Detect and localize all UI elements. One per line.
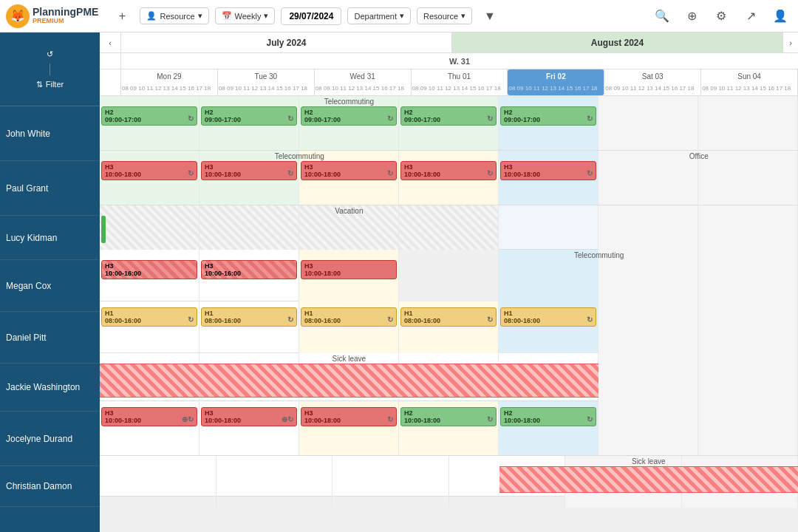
jocelyne-fri02-cell[interactable]: H2 10:00-18:00 ↻ (499, 401, 598, 455)
megan-wed31-event[interactable]: H3 10:00-18:00 (301, 260, 397, 279)
logo-area: 🦊 PlanningPME PREMIUM (6, 4, 98, 28)
share-icon[interactable]: ↗ (739, 4, 763, 28)
daniel-fri02-cell[interactable]: H1 08:00-16:00 ↻ (499, 301, 598, 353)
day-hours-thu01: 08 09 10 11 12 13 14 15 16 17 18 (412, 81, 508, 95)
sidebar-item-christian-damon[interactable]: Christian Damon (0, 466, 100, 507)
jackie-sun04-cell[interactable] (698, 353, 798, 405)
daniel-mon29-cell[interactable]: H1 08:00-16:00 ↻ (100, 301, 200, 353)
filter-button[interactable]: ⇅ Filter (36, 80, 64, 89)
department-dropdown[interactable]: Department ▾ (347, 7, 410, 24)
jocelyne-sat03-cell[interactable] (598, 401, 698, 455)
paul-thu01-event[interactable]: H3 10:00-18:00 ↻ (400, 161, 497, 180)
resource-dropdown[interactable]: 👤 Resource ▾ (140, 7, 208, 24)
john-sun04-cell[interactable] (698, 96, 798, 150)
row-lucy-kidman: Vacation (100, 205, 798, 250)
layers-icon[interactable]: ⊕ (680, 4, 703, 28)
john-fri02-event[interactable]: H2 09:00-17:00 ↻ (500, 106, 596, 126)
megan-mon29-cell[interactable]: H3 10:00-16:00 (100, 250, 200, 301)
settings-icon[interactable]: ⚙ (709, 4, 733, 28)
john-sat03-cell[interactable] (598, 96, 698, 150)
john-thu01-event[interactable]: H2 09:00-17:00 ↻ (400, 106, 497, 126)
john-wed31-event[interactable]: H2 09:00-17:00 ↻ (301, 106, 397, 126)
john-white-label: John White (6, 129, 50, 139)
add-button[interactable]: + (110, 4, 134, 28)
filter-icon[interactable]: ▼ (478, 4, 502, 28)
megan-tue30-cell[interactable]: H3 10:00-16:00 (200, 250, 299, 301)
refresh-button[interactable]: ↺ (47, 50, 53, 59)
megan-wed31-cell[interactable]: H3 10:00-18:00 (299, 250, 399, 301)
megan-mon29-event[interactable]: H3 10:00-16:00 (101, 260, 197, 279)
jocelyne-wed31-event[interactable]: H3 10:00-18:00 ↻ (301, 407, 397, 426)
sidebar-item-jackie-washington[interactable]: Jackie Washington (0, 364, 100, 412)
jocelyne-tue30-event[interactable]: H3 10:00-18:00 ⊕↻ (201, 407, 297, 426)
christian-wed31-cell[interactable] (332, 456, 449, 508)
sidebar-item-jocelyne-durand[interactable]: Jocelyne Durand (0, 412, 100, 466)
jocelyne-wed31-cell[interactable]: H3 10:00-18:00 ↻ (299, 401, 399, 455)
christian-damon-label: Christian Damon (6, 481, 72, 491)
day-header-tue30: Tue 30 08 09 10 11 12 13 14 15 16 17 18 (218, 69, 315, 95)
department-chevron: ▾ (400, 11, 404, 21)
resource2-dropdown[interactable]: Resource ▾ (417, 7, 472, 24)
date-navigator[interactable]: 29/07/2024 (281, 7, 341, 25)
jocelyne-thu01-cell[interactable]: H2 10:00-18:00 ↻ (399, 401, 499, 455)
sidebar: ↺ ⇅ Filter John White Paul Grant Lucy Ki… (0, 33, 100, 532)
user-icon[interactable]: 👤 (768, 4, 792, 28)
christian-tue30-cell[interactable] (216, 456, 333, 508)
paul-mon29-event[interactable]: H3 10:00-18:00 ↻ (101, 161, 197, 180)
daniel-tue30-cell[interactable]: H1 08:00-16:00 ↻ (200, 301, 299, 353)
daniel-thu01-cell[interactable]: H1 08:00-16:00 ↻ (399, 301, 499, 353)
jocelyne-tue30-cell[interactable]: H3 10:00-18:00 ⊕↻ (200, 401, 299, 455)
schedule-scroll-area[interactable]: Telecommuting H2 09:00-17:00 ↻ H2 0 (100, 96, 798, 532)
jocelyne-mon29-cell[interactable]: H3 10:00-18:00 ⊕↻ (100, 401, 200, 455)
jocelyne-sun04-cell[interactable] (698, 401, 798, 455)
next-month-button[interactable]: › (783, 33, 798, 52)
paul-wed31-event[interactable]: H3 10:00-18:00 ↻ (301, 161, 397, 180)
paul-telecommuting-banner: Telecommuting (100, 152, 499, 160)
prev-month-button[interactable]: ‹ (100, 33, 121, 52)
calendar-area: ‹ July 2024 August 2024 › W. 31 Mon 29 0… (100, 33, 798, 532)
weekly-label: Weekly (235, 12, 262, 21)
jackie-sick-banner: Sick leave (100, 355, 598, 363)
paul-tue30-event[interactable]: H3 10:00-18:00 ↻ (201, 161, 297, 180)
john-mon29-event[interactable]: H2 09:00-17:00 ↻ (101, 106, 197, 126)
daniel-thu01-event[interactable]: H1 08:00-16:00 ↻ (400, 307, 497, 327)
daniel-wed31-cell[interactable]: H1 08:00-16:00 ↻ (299, 301, 399, 353)
sidebar-item-paul-grant[interactable]: Paul Grant (0, 161, 100, 216)
christian-mon29-cell[interactable] (100, 456, 216, 508)
daniel-wed31-event[interactable]: H1 08:00-16:00 ↻ (301, 307, 397, 327)
lucy-kidman-grid: Vacation (100, 205, 798, 249)
row-megan-cox: Telecommuting H3 10:00-16:00 H3 10:00-16… (100, 250, 798, 301)
megan-tue30-event[interactable]: H3 10:00-16:00 (201, 260, 297, 279)
jocelyne-thu01-event[interactable]: H2 10:00-18:00 ↻ (400, 407, 497, 426)
sidebar-item-john-white[interactable]: John White (0, 106, 100, 161)
daniel-sat03-cell[interactable] (598, 301, 698, 353)
day-name-tue30: Tue 30 (218, 69, 314, 81)
paul-fri02-event[interactable]: H3 10:00-18:00 ↻ (500, 161, 596, 180)
jocelyne-mon29-event[interactable]: H3 10:00-18:00 ⊕↻ (101, 407, 197, 426)
logo-icon: 🦊 (6, 4, 30, 28)
main-container: ↺ ⇅ Filter John White Paul Grant Lucy Ki… (0, 33, 798, 532)
sidebar-item-daniel-pitt[interactable]: Daniel Pitt (0, 312, 100, 364)
day-header-spacer (100, 69, 121, 95)
daniel-sun04-cell[interactable] (698, 301, 798, 353)
day-name-wed31: Wed 31 (315, 69, 411, 81)
daniel-tue30-event[interactable]: H1 08:00-16:00 ↻ (201, 307, 297, 327)
weekly-dropdown[interactable]: 📅 Weekly ▾ (215, 7, 276, 24)
john-tue30-event[interactable]: H2 09:00-17:00 ↻ (201, 106, 297, 126)
day-header-mon29: Mon 29 08 09 10 11 12 13 14 15 16 17 18 (121, 69, 218, 95)
resource2-chevron: ▾ (461, 11, 466, 21)
search-icon[interactable]: 🔍 (650, 4, 674, 28)
paul-grant-grid: Telecommuting Office H3 10:00-18:00 ↻ H (100, 151, 798, 205)
jackie-sick-bar (100, 364, 598, 398)
jackie-sat03-cell[interactable] (598, 353, 698, 405)
sidebar-item-lucy-kidman[interactable]: Lucy Kidman (0, 216, 100, 260)
july-header: July 2024 (121, 33, 452, 52)
filter-sort-icon: ⇅ (36, 80, 43, 89)
sidebar-item-megan-cox[interactable]: Megan Cox (0, 260, 100, 312)
christian-sick-banner: Sick leave (499, 457, 798, 466)
megan-thu01-cell[interactable] (399, 250, 499, 301)
daniel-fri02-event[interactable]: H1 08:00-16:00 ↻ (500, 307, 596, 327)
jocelyne-fri02-event[interactable]: H2 10:00-18:00 ↻ (500, 407, 596, 426)
daniel-mon29-event[interactable]: H1 08:00-16:00 ↻ (101, 307, 197, 327)
megan-sun04-cell[interactable] (698, 250, 798, 301)
